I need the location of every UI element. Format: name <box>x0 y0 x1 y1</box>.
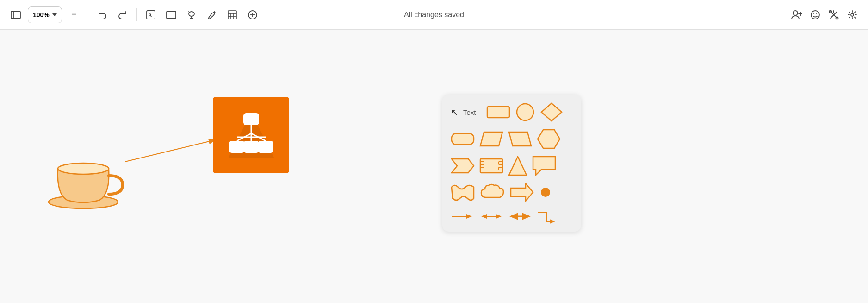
edit-button[interactable] <box>825 6 842 23</box>
coffee-cup-illustration[interactable] <box>37 122 130 217</box>
svg-rect-41 <box>258 141 273 153</box>
rectangle-shape[interactable] <box>486 105 510 120</box>
undo-button[interactable] <box>94 6 111 23</box>
block-arrow-shape[interactable] <box>510 183 534 202</box>
dot-shape[interactable] <box>539 185 552 199</box>
svg-marker-52 <box>480 132 502 146</box>
svg-point-49 <box>517 104 533 120</box>
svg-rect-7 <box>228 11 236 19</box>
svg-point-15 <box>793 11 798 15</box>
film-shape[interactable] <box>479 158 503 174</box>
svg-rect-40 <box>229 141 245 153</box>
toolbar: 100% + A <box>0 0 868 30</box>
status-text: All changes saved <box>404 11 464 19</box>
svg-rect-4 <box>167 11 176 19</box>
svg-line-31 <box>849 12 850 13</box>
toolbar-right <box>788 6 861 23</box>
table-tool-button[interactable] <box>224 6 241 23</box>
elbow-connector[interactable] <box>537 208 557 224</box>
rounded-rect-shape[interactable] <box>451 132 475 146</box>
parallelogram-right-shape[interactable] <box>508 131 532 147</box>
redo-button[interactable] <box>114 6 131 23</box>
svg-rect-42 <box>243 141 259 153</box>
parallelogram-left-shape[interactable] <box>479 131 503 147</box>
svg-rect-39 <box>243 113 259 125</box>
insert-button[interactable] <box>244 6 261 23</box>
svg-rect-56 <box>480 159 502 173</box>
svg-marker-62 <box>511 183 533 201</box>
svg-point-18 <box>811 11 819 19</box>
shape-picker-row-1: ↖ Text <box>451 102 573 122</box>
svg-line-33 <box>855 12 856 13</box>
wave-shape[interactable] <box>451 183 475 202</box>
text-shape-label[interactable]: Text <box>463 108 482 116</box>
divider-1 <box>88 8 88 21</box>
pen-tool-button[interactable] <box>204 6 220 23</box>
svg-line-38 <box>125 140 215 162</box>
shape-picker-row-4 <box>451 183 573 202</box>
divider-2 <box>136 8 137 21</box>
cloud-shape[interactable] <box>479 183 505 202</box>
svg-point-6 <box>208 18 209 19</box>
svg-point-20 <box>816 13 817 14</box>
lasso-tool-button[interactable] <box>183 6 200 23</box>
svg-rect-51 <box>452 133 474 145</box>
cursor-icon[interactable]: ↖ <box>451 107 459 118</box>
text-tool-button[interactable]: A <box>143 6 159 23</box>
shape-picker-row-2 <box>451 129 573 149</box>
svg-text:A: A <box>148 12 152 19</box>
settings-button[interactable] <box>844 6 861 23</box>
svg-marker-54 <box>538 130 560 148</box>
svg-point-36 <box>58 163 109 174</box>
arrow-right-connector[interactable] <box>451 212 475 221</box>
svg-line-32 <box>855 17 856 18</box>
hexagon-shape[interactable] <box>537 129 561 149</box>
svg-line-34 <box>849 17 850 18</box>
zoom-selector[interactable]: 100% <box>28 6 62 23</box>
svg-point-26 <box>851 13 854 16</box>
svg-point-19 <box>813 13 814 14</box>
double-arrow-connector[interactable] <box>508 212 532 221</box>
circle-shape[interactable] <box>515 102 535 122</box>
svg-marker-55 <box>452 159 474 173</box>
svg-rect-0 <box>11 11 20 19</box>
rectangle-tool-button[interactable] <box>163 6 180 23</box>
connector-arrow <box>125 132 222 170</box>
canvas[interactable]: ↖ Text <box>0 30 868 303</box>
zoom-value: 100% <box>33 11 50 19</box>
svg-marker-61 <box>509 157 527 175</box>
svg-point-63 <box>541 188 550 197</box>
chevron-shape[interactable] <box>451 158 475 174</box>
sidebar-toggle-button[interactable] <box>7 6 24 23</box>
shape-picker-row-3 <box>451 156 573 176</box>
message-shape[interactable] <box>532 156 556 176</box>
shape-picker-row-5 <box>451 208 573 224</box>
emoji-button[interactable] <box>807 6 824 23</box>
add-user-button[interactable] <box>788 6 805 23</box>
shape-picker-panel: ↖ Text <box>442 95 581 232</box>
aws-icon[interactable] <box>213 97 289 173</box>
svg-marker-53 <box>509 132 531 146</box>
bidirectional-arrow-connector[interactable] <box>479 212 503 221</box>
svg-rect-48 <box>487 107 509 118</box>
diamond-shape[interactable] <box>540 102 563 122</box>
triangle-shape[interactable] <box>508 156 527 176</box>
svg-marker-50 <box>541 103 562 121</box>
add-page-button[interactable]: + <box>66 6 82 23</box>
